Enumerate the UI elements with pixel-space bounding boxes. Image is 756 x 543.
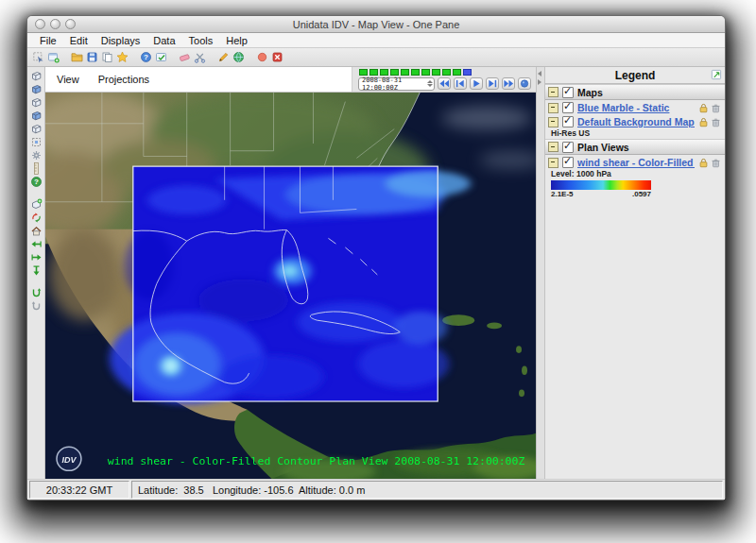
float-legend-icon[interactable]: [711, 69, 722, 80]
pan-left-icon[interactable]: [30, 238, 43, 250]
menu-file[interactable]: File: [33, 35, 63, 46]
cursor-position-cell: Latitude: 38.5 Longitude: -105.6 Altitud…: [131, 481, 723, 499]
exit-stop-icon[interactable]: [270, 51, 284, 64]
open-bundle-icon[interactable]: [70, 51, 83, 64]
collapse-wind-shear-icon[interactable]: [548, 158, 558, 168]
time-step[interactable]: [401, 69, 409, 76]
time-step[interactable]: [369, 69, 378, 76]
collapse-left-icon[interactable]: [538, 71, 541, 76]
top-view-cube-icon[interactable]: [30, 83, 43, 95]
window-title: Unidata IDV - Map View - One Pane: [293, 19, 460, 30]
collapse-right-icon[interactable]: [538, 79, 541, 85]
color-scale-bar[interactable]: [551, 180, 651, 190]
collapse-maps-icon[interactable]: [548, 87, 558, 97]
legend-item-background-maps: Default Background Maps Hi-Res US: [545, 114, 725, 139]
background-maps-checkbox[interactable]: [562, 116, 574, 127]
legend-splitter[interactable]: [536, 67, 545, 479]
view-toolbar-rail: [27, 67, 45, 479]
fast-forward-button[interactable]: [502, 77, 515, 90]
minimize-window-button[interactable]: [50, 19, 60, 29]
lock-icon[interactable]: [698, 117, 709, 127]
add-view-cube-icon[interactable]: [30, 198, 43, 211]
data-chooser-icon[interactable]: [154, 51, 167, 64]
time-stepper[interactable]: [426, 79, 433, 88]
time-step[interactable]: [432, 69, 440, 76]
remove-all-scissors-icon[interactable]: [193, 51, 206, 64]
step-back-button[interactable]: [454, 77, 467, 90]
copy-display-icon[interactable]: [100, 51, 113, 64]
time-step[interactable]: [421, 69, 430, 76]
blue-marble-checkbox[interactable]: [562, 102, 574, 113]
menu-tools[interactable]: Tools: [182, 35, 220, 46]
tab-projections[interactable]: Projections: [98, 74, 149, 85]
menu-help[interactable]: Help: [219, 35, 254, 46]
rotate-arrows-icon[interactable]: [30, 212, 43, 224]
rewind-button[interactable]: [438, 77, 451, 90]
blue-marble-link[interactable]: Blue Marble - Static: [577, 102, 695, 113]
legend-panel: Legend Maps Blue Marble - Static: [545, 67, 725, 479]
maps-visibility-checkbox[interactable]: [562, 87, 574, 98]
collapse-plan-views-icon[interactable]: [548, 142, 558, 152]
save-bundle-icon[interactable]: [85, 51, 98, 64]
close-window-button[interactable]: [35, 19, 45, 29]
trash-icon[interactable]: [711, 117, 721, 127]
title-bar[interactable]: Unidata IDV - Map View - One Pane: [27, 16, 725, 33]
time-step[interactable]: [453, 69, 461, 76]
new-display-window-icon[interactable]: [46, 51, 60, 64]
front-view-cube-icon[interactable]: [30, 96, 43, 109]
maps-section-label: Maps: [577, 87, 603, 98]
remove-displays-eraser-icon[interactable]: [178, 51, 191, 64]
time-select-combobox[interactable]: 2008-08-31 12:00:00Z: [358, 77, 435, 91]
capture-record-icon[interactable]: [255, 51, 268, 64]
time-step-indicator[interactable]: [359, 69, 531, 76]
undo-rotate-icon[interactable]: [30, 287, 43, 299]
select-region-icon[interactable]: [30, 136, 43, 148]
show-dashboard-icon[interactable]: [31, 51, 44, 64]
lock-icon[interactable]: [698, 103, 709, 113]
hi-res-us-label: Hi-Res US: [551, 128, 721, 138]
play-button[interactable]: [470, 77, 483, 90]
background-maps-link[interactable]: Default Background Maps: [577, 116, 695, 127]
pan-down-icon[interactable]: [30, 264, 43, 277]
time-step[interactable]: [390, 69, 399, 76]
wind-shear-link[interactable]: wind shear - Color-Filled Contour...: [577, 157, 695, 168]
menu-data[interactable]: Data: [146, 35, 181, 46]
zoom-window-button[interactable]: [65, 19, 76, 29]
help-globe-icon[interactable]: [30, 176, 43, 188]
perspective-cube-icon[interactable]: [30, 123, 43, 135]
pan-right-icon[interactable]: [30, 251, 43, 263]
collapse-background-maps-icon[interactable]: [548, 117, 558, 127]
wind-shear-contour-overlay[interactable]: [110, 166, 471, 404]
wind-shear-checkbox[interactable]: [562, 157, 574, 168]
animation-controls: 2008-08-31 12:00:00Z: [352, 67, 536, 92]
idv-main-window: Unidata IDV - Map View - One Pane File E…: [26, 15, 726, 501]
time-step[interactable]: [442, 69, 451, 76]
settings-gear-icon[interactable]: [30, 149, 43, 161]
edit-pencil-icon[interactable]: [216, 51, 230, 64]
plan-views-visibility-checkbox[interactable]: [562, 142, 574, 153]
time-step[interactable]: [359, 69, 368, 76]
time-step[interactable]: [411, 69, 420, 76]
favorites-star-icon[interactable]: [115, 51, 129, 64]
tab-view[interactable]: View: [57, 74, 79, 85]
time-step[interactable]: [380, 69, 388, 76]
time-step-current[interactable]: [463, 69, 472, 76]
animation-properties-button[interactable]: [518, 77, 531, 90]
menu-displays[interactable]: Displays: [94, 35, 147, 46]
side-view-cube-icon[interactable]: [30, 110, 43, 122]
time-value: 2008-08-31 12:00:00Z: [362, 76, 434, 92]
clock-cell: 20:33:22 GMT: [29, 481, 129, 499]
rotate-cube-icon[interactable]: [30, 70, 43, 82]
projections-globe-icon[interactable]: [232, 51, 245, 64]
step-forward-button[interactable]: [486, 77, 499, 90]
home-view-icon[interactable]: [30, 225, 43, 237]
redo-rotate-icon[interactable]: [30, 300, 43, 313]
trash-icon[interactable]: [711, 103, 721, 113]
ruler-icon[interactable]: [30, 162, 43, 175]
lock-icon[interactable]: [698, 158, 709, 168]
help-icon[interactable]: [139, 51, 152, 64]
collapse-blue-marble-icon[interactable]: [548, 103, 558, 113]
menu-edit[interactable]: Edit: [63, 35, 94, 46]
map-view[interactable]: IDV wind shear - Color-Filled Contour Pl…: [45, 93, 536, 479]
trash-icon[interactable]: [711, 158, 721, 168]
